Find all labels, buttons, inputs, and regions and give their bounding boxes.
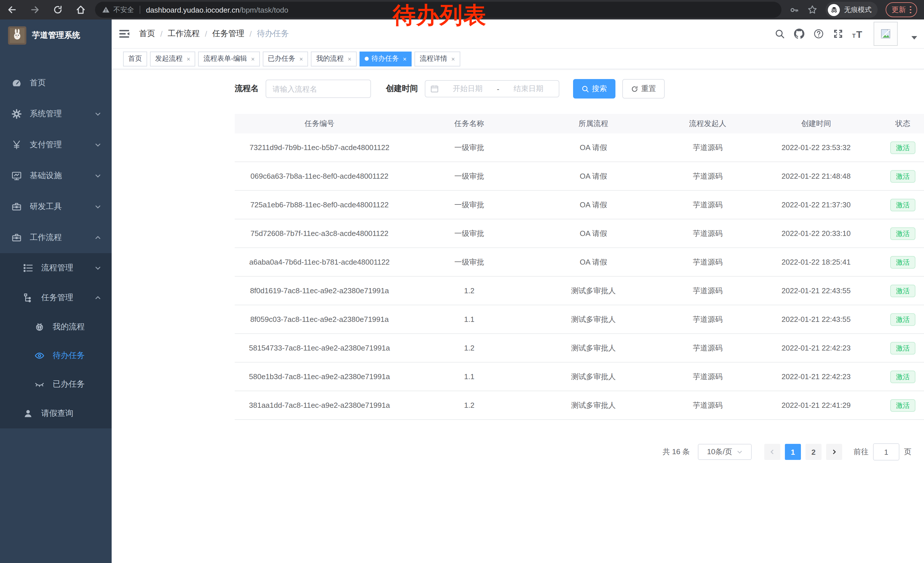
yen-icon bbox=[12, 140, 22, 150]
reset-button[interactable]: 重置 bbox=[622, 79, 664, 99]
top-header: 首页/工作流程/任务管理/待办任务 TT bbox=[112, 20, 924, 49]
breadcrumb: 首页/工作流程/任务管理/待办任务 bbox=[139, 29, 774, 39]
table-row: 75d72608-7b7f-11ec-a3c8-acde48001122一级审批… bbox=[235, 219, 924, 248]
starter-cell: 芋道源码 bbox=[652, 142, 763, 153]
sidebar-collapse-icon[interactable] bbox=[118, 28, 130, 39]
task-id-cell: 580e1b3d-7ac8-11ec-a9e2-a2380e71991a bbox=[235, 372, 404, 381]
table-row: 8f059c03-7ac8-11ec-a9e2-a2380e71991a1.1测… bbox=[235, 305, 924, 334]
sidebar-item-todo-task[interactable]: 待办任务 bbox=[0, 341, 112, 370]
tab-todo-task[interactable]: 待办任务× bbox=[360, 51, 412, 66]
avatar-dropdown-caret[interactable] bbox=[911, 36, 917, 39]
process-cell: 测试多审批人 bbox=[534, 314, 652, 324]
starter-cell: 芋道源码 bbox=[652, 257, 763, 267]
avatar[interactable] bbox=[874, 22, 898, 46]
sidebar-item-task-mgmt[interactable]: 任务管理 bbox=[0, 283, 112, 313]
sidebar-menu: 首页系统管理支付管理基础设施研发工具工作流程流程管理任务管理我的流程待办任务已办… bbox=[0, 68, 112, 428]
breadcrumb-item[interactable]: 首页 bbox=[139, 29, 155, 39]
breadcrumb-item[interactable]: 任务管理 bbox=[212, 29, 244, 39]
sidebar-item-workflow[interactable]: 工作流程 bbox=[0, 222, 112, 253]
sidebar: 芋道管理系统 首页系统管理支付管理基础设施研发工具工作流程流程管理任务管理我的流… bbox=[0, 20, 112, 563]
created-cell: 2022-01-22 18:25:41 bbox=[763, 258, 869, 266]
search-button[interactable]: 搜索 bbox=[573, 79, 615, 99]
page-button-2[interactable]: 2 bbox=[806, 444, 822, 460]
sidebar-item-leave-query[interactable]: 请假查询 bbox=[0, 399, 112, 428]
security-label[interactable]: 不安全 bbox=[113, 5, 134, 15]
tab-label: 流程表单-编辑 bbox=[204, 54, 247, 63]
process-name-input[interactable] bbox=[266, 80, 371, 98]
page-size-select[interactable]: 10条/页 bbox=[698, 444, 752, 460]
close-icon[interactable]: × bbox=[251, 55, 255, 62]
tab-label: 待办任务 bbox=[372, 54, 399, 63]
search-icon[interactable] bbox=[774, 29, 784, 39]
chevron-down-icon bbox=[94, 203, 101, 210]
status-badge: 激活 bbox=[890, 141, 915, 154]
process-cell: 测试多审批人 bbox=[534, 371, 652, 382]
tab-process-detail[interactable]: 流程详情× bbox=[414, 51, 460, 66]
app-logo-row[interactable]: 芋道管理系统 bbox=[0, 20, 112, 51]
task-name-cell: 一级审批 bbox=[404, 257, 534, 267]
close-icon[interactable]: × bbox=[187, 55, 190, 62]
sidebar-item-infrastructure[interactable]: 基础设施 bbox=[0, 161, 112, 191]
date-range-separator: - bbox=[497, 84, 500, 93]
task-name-cell: 一级审批 bbox=[404, 142, 534, 153]
close-icon[interactable]: × bbox=[299, 55, 303, 62]
font-size-icon[interactable]: TT bbox=[852, 29, 862, 39]
status-badge: 激活 bbox=[890, 170, 915, 182]
security-warning-icon[interactable] bbox=[102, 6, 110, 14]
breadcrumb-item[interactable]: 工作流程 bbox=[168, 29, 200, 39]
browser-menu-icon[interactable] bbox=[910, 6, 911, 14]
tab-label: 发起流程 bbox=[155, 54, 183, 63]
address-bar[interactable]: 不安全 dashboard.yudao.iocoder.cn/bpm/task/… bbox=[95, 2, 782, 18]
pagination: 共 16 条 10条/页 12 前往 页 bbox=[663, 444, 911, 460]
task-id-cell: 8f0d1619-7ac8-11ec-a9e2-a2380e71991a bbox=[235, 286, 404, 295]
column-header: 任务名称 bbox=[404, 119, 534, 129]
fullscreen-icon[interactable] bbox=[833, 29, 843, 39]
sidebar-item-process-mgmt[interactable]: 流程管理 bbox=[0, 253, 112, 283]
toolbox-icon bbox=[12, 201, 22, 212]
prev-page-button[interactable] bbox=[764, 444, 780, 460]
date-range-picker[interactable]: 开始日期 - 结束日期 bbox=[425, 80, 560, 98]
incognito-chip[interactable]: 无痕模式 bbox=[826, 2, 878, 18]
status-badge: 激活 bbox=[890, 370, 915, 383]
url-path[interactable]: /bpm/task/todo bbox=[240, 6, 288, 14]
end-date-placeholder[interactable]: 结束日期 bbox=[503, 84, 554, 94]
sidebar-item-home[interactable]: 首页 bbox=[0, 68, 112, 99]
task-name-cell: 一级审批 bbox=[404, 171, 534, 181]
help-icon[interactable] bbox=[813, 29, 824, 39]
url-host[interactable]: dashboard.yudao.iocoder.cn bbox=[146, 6, 240, 14]
close-icon[interactable]: × bbox=[403, 55, 407, 62]
bookmark-star-icon[interactable] bbox=[807, 5, 818, 15]
sidebar-item-payment[interactable]: 支付管理 bbox=[0, 129, 112, 161]
page-button-1[interactable]: 1 bbox=[785, 444, 801, 460]
start-date-placeholder[interactable]: 开始日期 bbox=[442, 84, 493, 94]
github-icon[interactable] bbox=[794, 29, 804, 39]
tab-form-edit[interactable]: 流程表单-编辑× bbox=[198, 51, 260, 66]
sidebar-item-dev-tools[interactable]: 研发工具 bbox=[0, 191, 112, 222]
close-icon[interactable]: × bbox=[348, 55, 351, 62]
browser-update-button[interactable]: 更新 bbox=[886, 2, 917, 17]
sidebar-item-system[interactable]: 系统管理 bbox=[0, 99, 112, 129]
tab-start-process[interactable]: 发起流程× bbox=[150, 51, 195, 66]
column-header: 所属流程 bbox=[534, 119, 652, 129]
tags-view-bar: 首页发起流程×流程表单-编辑×已办任务×我的流程×待办任务×流程详情× bbox=[112, 49, 924, 69]
browser-toolbar: 不安全 dashboard.yudao.iocoder.cn/bpm/task/… bbox=[0, 0, 924, 20]
process-cell: 测试多审批人 bbox=[534, 285, 652, 296]
forward-icon[interactable] bbox=[30, 5, 40, 15]
key-icon[interactable] bbox=[790, 5, 800, 15]
task-name-cell: 一级审批 bbox=[404, 200, 534, 210]
reload-icon[interactable] bbox=[52, 5, 63, 15]
tab-home[interactable]: 首页 bbox=[123, 51, 147, 66]
tab-my-process[interactable]: 我的流程× bbox=[311, 51, 357, 66]
starter-cell: 芋道源码 bbox=[652, 285, 763, 296]
back-icon[interactable] bbox=[7, 5, 17, 15]
close-icon[interactable]: × bbox=[451, 55, 455, 62]
next-page-button[interactable] bbox=[826, 444, 842, 460]
tab-done-task[interactable]: 已办任务× bbox=[263, 51, 308, 66]
breadcrumb-item: 待办任务 bbox=[257, 29, 289, 39]
goto-page-input[interactable] bbox=[873, 443, 899, 461]
sidebar-item-done-task[interactable]: 已办任务 bbox=[0, 370, 112, 399]
home-icon[interactable] bbox=[76, 5, 86, 15]
sidebar-item-my-process[interactable]: 我的流程 bbox=[0, 313, 112, 341]
table-row: 8f0d1619-7ac8-11ec-a9e2-a2380e71991a1.2测… bbox=[235, 277, 924, 305]
status-badge: 激活 bbox=[890, 284, 915, 297]
